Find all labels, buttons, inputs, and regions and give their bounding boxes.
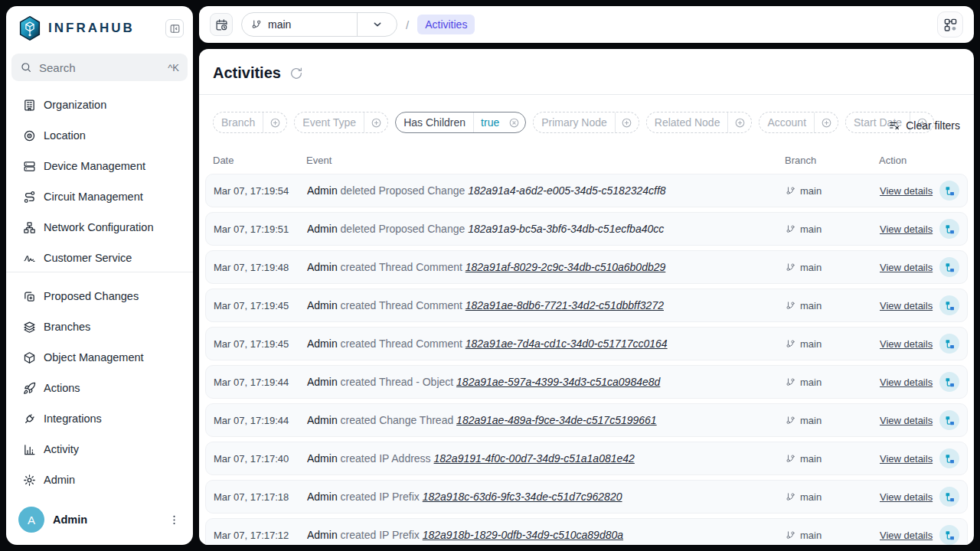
- related-tree-button[interactable]: [939, 334, 959, 354]
- sidebar-item[interactable]: Organization: [6, 90, 193, 120]
- view-details-link[interactable]: View details: [880, 377, 933, 388]
- view-details-link[interactable]: View details: [880, 530, 933, 541]
- sidebar-item[interactable]: Activity: [6, 434, 193, 465]
- sidebar-item-label: Location: [44, 129, 86, 142]
- activity-row: Mar 07, 17:19:44 Admin created Thread - …: [205, 365, 968, 399]
- activity-row: Mar 07, 17:19:45 Admin created Thread Co…: [205, 289, 968, 322]
- row-branch: main: [786, 491, 880, 503]
- view-details-link[interactable]: View details: [880, 415, 933, 426]
- add-filter-icon[interactable]: [728, 112, 751, 132]
- row-action-text: created IP Prefix: [341, 529, 420, 541]
- related-tree-button[interactable]: [939, 295, 959, 315]
- add-filter-icon[interactable]: [364, 112, 387, 132]
- row-object-id[interactable]: 182a91a4-a6d2-e005-34d5-c5182324cff8: [468, 184, 665, 197]
- related-tree-button[interactable]: [939, 181, 959, 201]
- related-tree-button[interactable]: [939, 372, 959, 392]
- row-object-id[interactable]: 182a91af-8029-2c9c-34db-c510a6b0db29: [466, 261, 666, 273]
- filter-chip[interactable]: Event Type: [294, 112, 388, 133]
- row-object-id[interactable]: 182a918b-1829-0dfb-34d9-c510ca89d80a: [423, 529, 623, 541]
- related-tree-button[interactable]: [939, 487, 959, 507]
- sidebar-item[interactable]: Actions: [6, 373, 193, 403]
- target-icon: [23, 129, 36, 142]
- row-event: Admin deleted Proposed Change 182a91a9-b…: [307, 223, 786, 235]
- row-object-id[interactable]: 182a91ae-597a-4399-34d3-c51ca0984e8d: [456, 376, 660, 388]
- topbar: main / Activities: [199, 6, 974, 43]
- related-tree-button[interactable]: [939, 525, 959, 545]
- view-details-link[interactable]: View details: [880, 300, 933, 311]
- sidebar-item-label: Branches: [44, 321, 90, 333]
- row-event: Admin created IP Prefix 182a918c-63d6-9f…: [307, 491, 786, 503]
- filter-chip[interactable]: Branch: [213, 112, 287, 133]
- filter-chip[interactable]: Account: [759, 112, 838, 133]
- row-action-text: created Thread Comment: [341, 337, 462, 350]
- tree-icon: [944, 262, 956, 273]
- row-date: Mar 07, 17:19:45: [214, 338, 307, 350]
- sidebar-item[interactable]: Integrations: [6, 403, 193, 434]
- sidebar-item[interactable]: Proposed Changes: [6, 281, 193, 311]
- timeline-button[interactable]: [210, 13, 233, 36]
- sidebar-item-label: Circuit Management: [44, 191, 143, 203]
- user-menu-button[interactable]: [164, 510, 184, 530]
- sidebar-item[interactable]: Network Configuration: [6, 212, 193, 243]
- sidebar-item[interactable]: Object Management: [6, 342, 193, 373]
- add-filter-icon[interactable]: [263, 112, 286, 132]
- sidebar-item[interactable]: Branches: [6, 311, 193, 342]
- row-object-id[interactable]: 182a9191-4f0c-00d7-34d9-c51a1a081e42: [434, 452, 635, 465]
- view-details-link[interactable]: View details: [880, 491, 933, 503]
- clear-filters-button[interactable]: Clear filters: [888, 119, 960, 132]
- page-title: Activities: [213, 64, 281, 82]
- sidebar-collapse-button[interactable]: [165, 19, 184, 37]
- sidebar-item[interactable]: Customer Service: [6, 243, 193, 272]
- row-actor: Admin: [307, 414, 338, 426]
- breadcrumb-activities[interactable]: Activities: [417, 15, 475, 34]
- row-branch: main: [786, 377, 880, 388]
- git-branch-icon: [251, 19, 262, 30]
- sidebar-item[interactable]: Admin: [6, 465, 193, 495]
- add-filter-icon[interactable]: [616, 112, 639, 132]
- view-details-link[interactable]: View details: [880, 453, 933, 465]
- branch-name: main: [268, 18, 291, 31]
- search-shortcut: ^K: [168, 62, 179, 73]
- filter-chip[interactable]: Related Node: [646, 112, 753, 133]
- related-tree-button[interactable]: [939, 410, 959, 430]
- row-object-id[interactable]: 182a91ae-8db6-7721-34d2-c51dbbff3272: [466, 299, 664, 311]
- view-details-link[interactable]: View details: [880, 338, 933, 350]
- schema-visualizer-button[interactable]: [937, 11, 963, 37]
- row-object-id[interactable]: 182a918c-63d6-9fc3-34de-c51d7c962820: [423, 491, 622, 503]
- related-tree-button[interactable]: [939, 219, 959, 239]
- search-icon: [20, 61, 32, 73]
- branch-selector[interactable]: main: [241, 12, 397, 37]
- filter-chip[interactable]: Primary Node: [533, 112, 639, 133]
- row-branch: main: [786, 415, 880, 426]
- view-details-link[interactable]: View details: [880, 223, 933, 235]
- search-input[interactable]: Search ^K: [11, 54, 188, 81]
- server-icon: [23, 160, 36, 173]
- refresh-button[interactable]: [289, 67, 303, 80]
- avatar: A: [18, 507, 44, 533]
- sidebar-item[interactable]: Circuit Management: [6, 181, 193, 212]
- activity-row: Mar 07, 17:19:45 Admin created Thread Co…: [205, 327, 968, 360]
- row-action-text: created IP Prefix: [341, 491, 420, 503]
- related-tree-button[interactable]: [939, 448, 959, 468]
- view-details-link[interactable]: View details: [880, 262, 933, 273]
- git-branch-icon: [786, 454, 795, 464]
- row-actor: Admin: [307, 529, 338, 541]
- add-filter-icon[interactable]: [815, 112, 838, 132]
- filter-chip[interactable]: Has Children true: [395, 112, 526, 133]
- related-tree-button[interactable]: [939, 257, 959, 277]
- column-date: Date: [213, 155, 306, 166]
- column-action: Action: [879, 155, 960, 166]
- remove-filter-icon[interactable]: [502, 112, 525, 132]
- git-branch-icon: [786, 186, 795, 196]
- view-details-link[interactable]: View details: [880, 185, 933, 197]
- branch-dropdown-toggle[interactable]: [357, 13, 397, 36]
- column-branch: Branch: [785, 155, 879, 166]
- row-object-id[interactable]: 182a91ae-489a-f9ce-34de-c517c5199661: [456, 414, 657, 426]
- filter-chip-label: Primary Node: [534, 112, 616, 132]
- row-object-id[interactable]: 182a91a9-bc5a-3bf6-34db-c51ecfba40cc: [468, 223, 664, 235]
- row-branch: main: [786, 300, 880, 311]
- sidebar-item[interactable]: Location: [6, 120, 193, 151]
- sidebar-item[interactable]: Device Management: [6, 151, 193, 181]
- signature-icon: [23, 252, 36, 265]
- row-object-id[interactable]: 182a91ae-7d4a-cd1c-34d0-c51717cc0164: [466, 337, 668, 350]
